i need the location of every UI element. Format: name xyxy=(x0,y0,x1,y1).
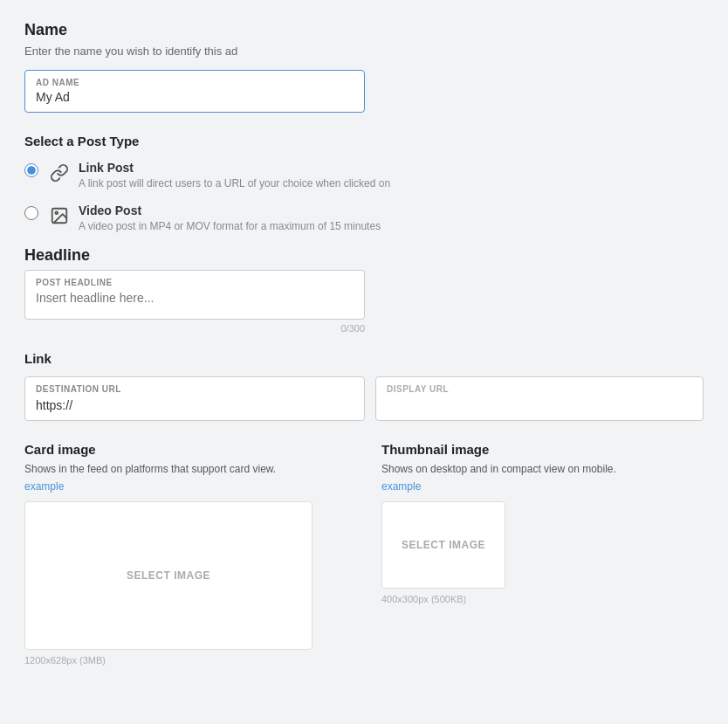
card-image-upload[interactable]: SELECT IMAGE xyxy=(24,501,312,650)
post-type-label: Select a Post Type xyxy=(24,134,704,148)
video-post-desc: A video post in MP4 or MOV format for a … xyxy=(79,220,381,232)
svg-point-1 xyxy=(55,211,58,214)
ad-name-label: AD NAME xyxy=(36,78,354,87)
thumbnail-image-select-label: SELECT IMAGE xyxy=(402,539,485,551)
video-post-radio[interactable] xyxy=(24,206,38,220)
images-section: Card image Shows in the feed on platform… xyxy=(24,442,704,665)
headline-input-wrapper: POST HEADLINE xyxy=(24,270,365,320)
name-subtitle: Enter the name you wish to identify this… xyxy=(24,45,704,58)
page-container: Name Enter the name you wish to identify… xyxy=(0,0,728,686)
headline-textarea[interactable] xyxy=(36,291,354,308)
display-url-wrapper: DISPLAY URL xyxy=(375,376,704,421)
destination-url-label: DESTINATION URL xyxy=(36,384,354,394)
link-section: Link DESTINATION URL DISPLAY URL xyxy=(24,351,704,421)
destination-url-wrapper: DESTINATION URL xyxy=(24,376,365,421)
card-image-title: Card image xyxy=(24,442,347,457)
link-post-icon xyxy=(47,161,72,185)
char-count: 0/300 xyxy=(24,323,365,334)
headline-field-label: POST HEADLINE xyxy=(36,278,354,287)
video-post-option[interactable]: Video Post A video post in MP4 or MOV fo… xyxy=(24,203,704,232)
ad-name-input-wrapper: AD NAME xyxy=(24,70,365,113)
card-image-example[interactable]: example xyxy=(24,480,347,493)
card-image-col: Card image Shows in the feed on platform… xyxy=(24,442,347,665)
video-post-content: Video Post A video post in MP4 or MOV fo… xyxy=(79,203,381,232)
name-title: Name xyxy=(24,21,704,39)
thumbnail-image-example[interactable]: example xyxy=(381,480,704,493)
headline-section: Headline POST HEADLINE 0/300 xyxy=(24,246,704,334)
thumbnail-image-title: Thumbnail image xyxy=(381,442,704,457)
video-post-name: Video Post xyxy=(79,203,381,217)
card-image-desc: Shows in the feed on platforms that supp… xyxy=(24,462,347,477)
card-image-size-hint: 1200x628px (3MB) xyxy=(24,655,347,665)
display-url-input[interactable] xyxy=(387,391,692,410)
display-url-label: DISPLAY URL xyxy=(387,384,449,394)
link-row: DESTINATION URL DISPLAY URL xyxy=(24,376,704,421)
card-image-select-label: SELECT IMAGE xyxy=(127,569,210,582)
name-section: Name Enter the name you wish to identify… xyxy=(24,21,704,113)
post-type-section: Select a Post Type Link Post A link post… xyxy=(24,134,704,232)
thumbnail-image-desc: Shows on desktop and in compact view on … xyxy=(381,462,704,477)
link-post-desc: A link post will direct users to a URL o… xyxy=(79,177,390,190)
ad-name-input[interactable] xyxy=(36,90,354,104)
video-post-icon xyxy=(47,203,72,228)
thumbnail-image-col: Thumbnail image Shows on desktop and in … xyxy=(381,442,704,665)
link-post-option[interactable]: Link Post A link post will direct users … xyxy=(24,161,704,190)
link-title: Link xyxy=(24,351,704,366)
headline-title: Headline xyxy=(24,246,704,265)
link-post-name: Link Post xyxy=(79,161,390,175)
thumbnail-image-size-hint: 400x300px (500KB) xyxy=(381,594,704,604)
destination-url-input[interactable] xyxy=(36,398,354,412)
thumbnail-image-upload[interactable]: SELECT IMAGE xyxy=(381,501,505,589)
link-post-radio[interactable] xyxy=(24,163,38,177)
link-post-content: Link Post A link post will direct users … xyxy=(79,161,390,190)
